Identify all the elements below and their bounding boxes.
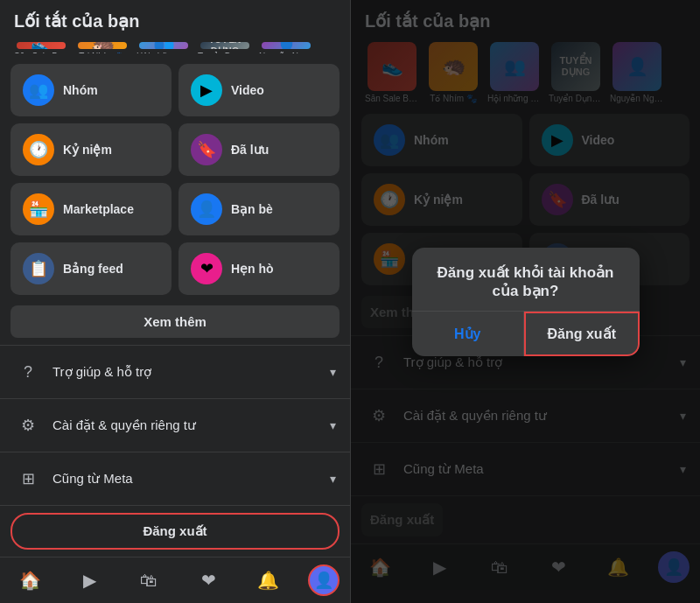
- nhom-label: Nhóm: [63, 83, 98, 97]
- shortcut-tuyen-dung[interactable]: TUYỂN DỤNG Tuyển Dụng – Việc Là...: [198, 42, 252, 53]
- nguyen-thumb-img: 👤: [262, 42, 311, 49]
- marketplace-icon: 🏪: [23, 193, 54, 225]
- shortcut-thumb-tuyen-dung: TUYỂN DỤNG: [200, 42, 249, 49]
- shortcut-nguyen[interactable]: 👤 Nguyễn Ngọc Duy...: [259, 42, 313, 53]
- grid-item-ky-niem[interactable]: 🕐 Kỷ niệm: [10, 123, 172, 176]
- ban-be-label: Bạn bè: [231, 202, 273, 216]
- logout-dialog-overlay: Đăng xuất khỏi tài khoản của bạn? Hủy Đă…: [351, 0, 700, 603]
- nav-profile[interactable]: 👤: [308, 564, 340, 596]
- tuyen-dung-thumb-img: TUYỂN DỤNG: [200, 42, 249, 49]
- help-icon: ?: [14, 358, 42, 386]
- dialog-actions: Hủy Đăng xuất: [412, 311, 640, 356]
- video-label: Video: [231, 83, 264, 97]
- dialog-title: Đăng xuất khỏi tài khoản của bạn?: [412, 248, 640, 311]
- shortcut-san-sale[interactable]: Săn Sale Bitis Hunt...: [14, 42, 68, 53]
- shortcut-thumb-hoi-nhung: 👥: [139, 42, 188, 49]
- grid-item-hen-ho[interactable]: ❤ Hẹn hò: [178, 242, 340, 295]
- shortcut-label-to-nhim: Tố Nhím 🐾: [75, 52, 130, 53]
- shortcut-thumb-to-nhim: 🦔: [78, 42, 127, 49]
- shortcut-label-tuyen-dung: Tuyển Dụng – Việc Là...: [198, 52, 252, 53]
- settings-icon: ⚙: [14, 411, 42, 439]
- menu-item-settings[interactable]: ⚙ Cài đặt & quyền riêng tư ▾: [0, 399, 350, 452]
- hen-ho-label: Hẹn hò: [231, 262, 274, 276]
- da-luu-icon: 🔖: [191, 134, 222, 165]
- ban-be-icon: 👤: [191, 193, 222, 225]
- hoi-nhung-thumb-img: 👥: [139, 42, 188, 49]
- shortcut-thumb-san-sale: [17, 42, 66, 49]
- meta-chevron-icon: ▾: [330, 472, 336, 486]
- grid-item-video[interactable]: ▶ Video: [178, 64, 340, 116]
- shortcut-label-hoi-nhung: Hội những người yêu...: [136, 52, 191, 53]
- bang-feed-label: Bảng feed: [63, 262, 123, 276]
- nav-home[interactable]: 🏠: [10, 564, 49, 596]
- da-luu-label: Đã lưu: [231, 143, 269, 157]
- video-icon: ▶: [191, 74, 222, 106]
- nav-video[interactable]: ▶: [70, 564, 108, 596]
- help-label: Trợ giúp & hỗ trợ: [52, 364, 330, 380]
- to-nhim-thumb-img: 🦔: [78, 42, 127, 49]
- meta-label: Cũng từ Meta: [52, 471, 330, 487]
- hen-ho-icon: ❤: [191, 253, 222, 284]
- settings-chevron-icon: ▾: [330, 418, 336, 432]
- shortcut-hoi-nhung[interactable]: 👥 Hội những người yêu...: [136, 42, 191, 53]
- menu-item-help[interactable]: ? Trợ giúp & hỗ trợ ▾: [0, 346, 350, 399]
- left-header: Lối tắt của bạn: [0, 0, 350, 39]
- shortcut-thumb-nguyen: 👤: [262, 42, 311, 49]
- grid-item-marketplace[interactable]: 🏪 Marketplace: [10, 183, 172, 235]
- nav-bell[interactable]: 🔔: [248, 564, 287, 596]
- grid-item-nhom[interactable]: 👥 Nhóm: [10, 64, 172, 116]
- left-grid: 👥 Nhóm ▶ Video 🕐 Kỷ niệm 🔖 Đã lưu 🏪 Mark…: [0, 60, 350, 298]
- help-chevron-icon: ▾: [330, 365, 336, 379]
- nav-marketplace[interactable]: 🛍: [130, 564, 168, 596]
- grid-item-bang-feed[interactable]: 📋 Bảng feed: [10, 242, 172, 295]
- right-panel: Lối tắt của bạn Săn Sale Bitis Hunt... 🦔…: [350, 0, 700, 603]
- meta-icon: ⊞: [14, 465, 42, 493]
- san-sale-thumb-img: [17, 42, 66, 49]
- grid-item-da-luu[interactable]: 🔖 Đã lưu: [178, 123, 340, 176]
- shortcut-label-san-sale: Săn Sale Bitis Hunt...: [14, 52, 68, 53]
- see-more-button[interactable]: Xem thêm: [10, 305, 340, 338]
- logout-dialog: Đăng xuất khỏi tài khoản của bạn? Hủy Đă…: [412, 248, 640, 356]
- menu-item-meta[interactable]: ⊞ Cũng từ Meta ▾: [0, 452, 350, 506]
- left-shortcuts-row: Săn Sale Bitis Hunt... 🦔 Tố Nhím 🐾 👥 Hội…: [0, 39, 350, 60]
- left-panel: Lối tắt của bạn Săn Sale Bitis Hunt... 🦔…: [0, 0, 350, 603]
- marketplace-label: Marketplace: [63, 202, 134, 216]
- logout-button[interactable]: Đăng xuất: [10, 513, 340, 550]
- dialog-cancel-button[interactable]: Hủy: [412, 312, 525, 356]
- grid-item-ban-be[interactable]: 👤 Bạn bè: [178, 183, 340, 235]
- nhom-icon: 👥: [23, 74, 54, 106]
- shortcut-to-nhim[interactable]: 🦔 Tố Nhím 🐾: [75, 42, 130, 53]
- nav-heart[interactable]: ❤: [189, 564, 228, 596]
- dialog-confirm-button[interactable]: Đăng xuất: [524, 312, 640, 356]
- settings-label: Cài đặt & quyền riêng tư: [52, 417, 330, 433]
- ky-niem-icon: 🕐: [23, 134, 54, 165]
- left-bottom-nav: 🏠 ▶ 🛍 ❤ 🔔 👤: [0, 557, 350, 603]
- shortcut-label-nguyen: Nguyễn Ngọc Duy...: [259, 52, 313, 53]
- left-menu-section: ? Trợ giúp & hỗ trợ ▾ ⚙ Cài đặt & quyền …: [0, 345, 350, 506]
- ky-niem-label: Kỷ niệm: [63, 143, 112, 157]
- bang-feed-icon: 📋: [23, 253, 54, 284]
